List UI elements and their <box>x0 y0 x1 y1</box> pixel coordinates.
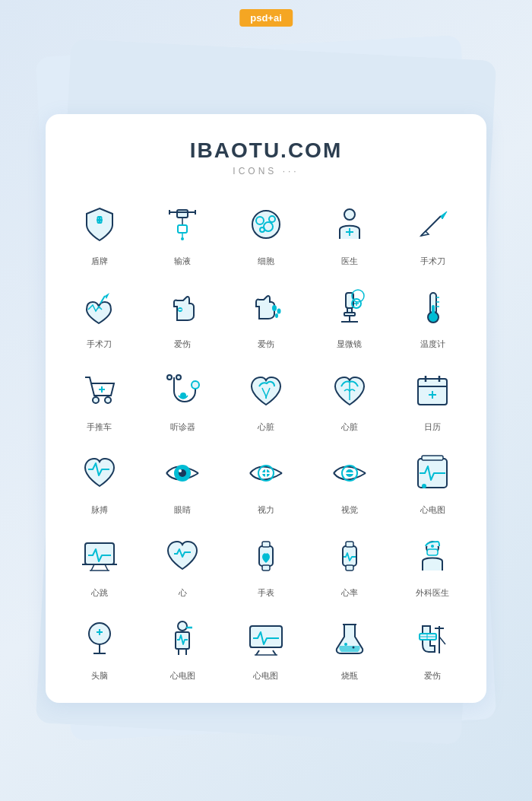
svg-point-47 <box>180 393 186 399</box>
icon-label-ecg3: 心电图 <box>253 670 278 682</box>
icon-label-calendar: 日历 <box>424 421 441 433</box>
icon-label-heartrate: 心率 <box>341 587 358 599</box>
icon-heartbeat: 心跳 <box>61 529 138 599</box>
icon-label-shield: 盾牌 <box>91 256 108 267</box>
svg-rect-77 <box>346 542 353 547</box>
svg-line-71 <box>105 564 108 571</box>
icon-label-wound2: 爱伤 <box>258 339 274 350</box>
svg-rect-74 <box>262 542 270 547</box>
icon-scalpel1: 手术刀 <box>394 198 471 267</box>
icon-label-watch1: 手表 <box>258 587 274 599</box>
icon-label-heart3: 心 <box>179 587 187 599</box>
icon-doctor: 医生 <box>311 198 388 267</box>
icon-label-surgeon: 外科医生 <box>416 587 449 599</box>
icon-label-heart1: 心脏 <box>258 421 274 433</box>
icon-label-vision1: 视力 <box>258 504 274 516</box>
icon-infusion: 输液 <box>144 198 222 267</box>
svg-rect-75 <box>262 565 270 571</box>
icons-grid: 盾牌 输液 <box>61 198 471 682</box>
icon-thermometer: 温度计 <box>394 281 471 350</box>
icon-label-microscope: 显微镜 <box>337 339 362 350</box>
card-header: IBAOTU.COM ICONS ··· <box>61 138 471 176</box>
badge-label: psd+ai <box>239 9 293 27</box>
icon-label-cart: 手推车 <box>87 421 112 433</box>
icon-label-heartbeat: 心跳 <box>91 587 108 599</box>
icon-surgeon: 外科医生 <box>394 529 471 599</box>
svg-point-12 <box>252 211 280 238</box>
icon-label-cell: 细胞 <box>258 256 274 267</box>
icon-vision2: 视觉 <box>311 447 388 516</box>
icon-microscope: 显微镜 <box>311 281 388 350</box>
svg-line-97 <box>273 650 276 655</box>
icon-cart: 手推车 <box>61 364 138 433</box>
icon-label-wound1: 爱伤 <box>174 339 191 350</box>
svg-point-83 <box>431 545 434 548</box>
icon-label-scalpel2: 手术刀 <box>87 339 112 350</box>
icon-eye1: 眼睛 <box>144 447 222 516</box>
svg-point-17 <box>344 209 355 220</box>
icon-ecg1: 心电图 <box>394 447 471 516</box>
svg-point-66 <box>422 484 426 488</box>
svg-rect-27 <box>344 313 355 316</box>
card-title: IBAOTU.COM <box>61 138 471 163</box>
main-card: IBAOTU.COM ICONS ··· 盾牌 <box>46 114 486 703</box>
icon-label-scalpel1: 手术刀 <box>420 256 445 267</box>
icon-label-stethoscope: 听诊器 <box>170 421 195 433</box>
icon-heartrate: 心率 <box>311 529 388 599</box>
icon-shield: 盾牌 <box>61 198 138 267</box>
icon-watch1: 手表 <box>227 529 305 599</box>
svg-rect-36 <box>432 305 435 316</box>
svg-point-44 <box>176 375 181 380</box>
svg-rect-6 <box>178 225 187 233</box>
icon-label-doctor: 医生 <box>341 256 358 267</box>
svg-rect-76 <box>343 546 356 566</box>
svg-rect-94 <box>250 626 282 647</box>
svg-rect-82 <box>427 549 438 555</box>
card-subtitle: ICONS ··· <box>61 166 471 176</box>
svg-point-11 <box>181 237 184 240</box>
icon-brain: 头脑 <box>61 612 138 682</box>
icon-label-pulse: 脉搏 <box>91 504 108 516</box>
svg-point-57 <box>179 469 182 472</box>
icon-label-flask: 烧瓶 <box>341 670 358 682</box>
svg-point-100 <box>344 643 347 646</box>
svg-point-41 <box>105 397 111 403</box>
svg-point-22 <box>272 305 277 311</box>
svg-rect-67 <box>422 456 443 460</box>
icon-heart1: 心脏 <box>227 364 305 433</box>
icon-ecg3: 心电图 <box>227 612 305 682</box>
icon-label-ecg1: 心电图 <box>420 504 445 516</box>
icon-label-ecg2: 心电图 <box>170 670 195 682</box>
svg-line-107 <box>439 637 445 644</box>
icon-heart2: 心脏 <box>311 364 388 433</box>
icon-stethoscope: 听诊器 <box>144 364 222 433</box>
svg-line-96 <box>256 650 259 655</box>
svg-point-101 <box>352 646 354 648</box>
icon-label-brain: 头脑 <box>91 670 108 682</box>
icon-ecg2: 心电图 <box>144 612 222 682</box>
icon-wound3: 爱伤 <box>394 612 471 682</box>
icon-flask: 烧瓶 <box>311 612 388 682</box>
icon-label-vision2: 视觉 <box>341 504 358 516</box>
icon-label-eye1: 眼睛 <box>174 504 191 516</box>
icon-heart3: 心 <box>144 529 222 599</box>
svg-point-24 <box>275 313 278 318</box>
icon-calendar: 日历 <box>394 364 471 433</box>
svg-point-45 <box>167 375 172 380</box>
svg-rect-78 <box>346 565 353 571</box>
icon-label-heart2: 心脏 <box>341 421 358 433</box>
icon-label-thermometer: 温度计 <box>420 339 445 350</box>
svg-point-23 <box>277 308 280 313</box>
icon-pulse: 脉搏 <box>61 447 138 516</box>
svg-point-89 <box>178 621 187 631</box>
svg-point-46 <box>192 381 199 389</box>
icon-scalpel2: 手术刀 <box>61 281 138 350</box>
icon-wound1: 爱伤 <box>144 281 222 350</box>
svg-point-40 <box>93 397 99 403</box>
icon-vision1: 视力 <box>227 447 305 516</box>
icon-cell: 细胞 <box>227 198 305 267</box>
svg-line-70 <box>91 564 94 571</box>
icon-wound2: 爱伤 <box>227 281 305 350</box>
icon-label-infusion: 输液 <box>174 256 191 267</box>
svg-rect-4 <box>177 210 188 218</box>
